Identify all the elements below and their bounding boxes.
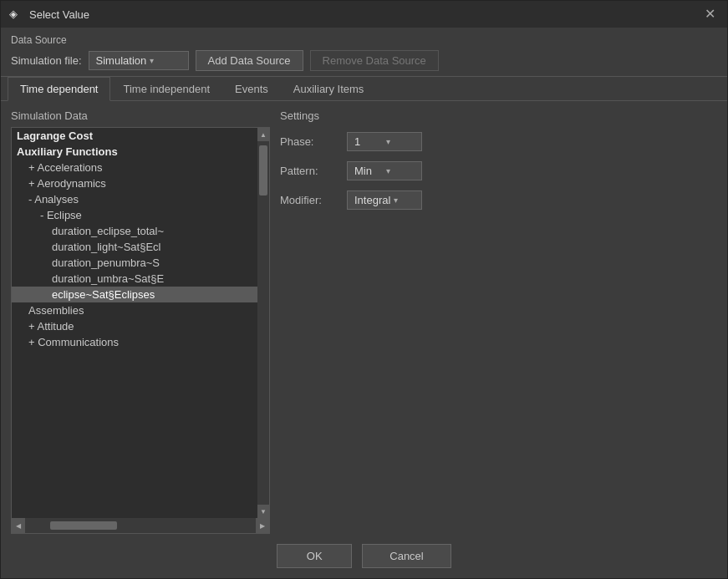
- simulation-select[interactable]: Simulation ▾: [89, 51, 189, 70]
- phase-select[interactable]: 1 ▾: [347, 132, 422, 151]
- ok-button[interactable]: OK: [277, 544, 352, 568]
- vertical-scrollbar[interactable]: ▲ ▼: [257, 128, 269, 518]
- left-panel: Simulation Data Lagrange Cost Auxiliary …: [11, 109, 270, 534]
- simulation-data-title: Simulation Data: [11, 109, 270, 122]
- cancel-button[interactable]: Cancel: [362, 544, 451, 568]
- tab-auxiliary-items[interactable]: Auxiliary Items: [281, 77, 377, 101]
- tab-time-dependent[interactable]: Time dependent: [8, 77, 110, 101]
- dialog-title: Select Value: [29, 8, 89, 21]
- footer: OK Cancel: [1, 534, 727, 578]
- title-bar: ◈ Select Value ✕: [1, 1, 727, 28]
- scroll-up-arrow[interactable]: ▲: [257, 128, 269, 141]
- scroll-thumb-v[interactable]: [259, 145, 267, 196]
- data-source-section: Data Source Simulation file: Simulation …: [1, 28, 727, 77]
- tree-item[interactable]: Assemblies: [12, 302, 257, 318]
- dialog: ◈ Select Value ✕ Data Source Simulation …: [0, 0, 728, 579]
- chevron-down-icon: ▾: [394, 196, 415, 205]
- phase-value: 1: [354, 135, 383, 148]
- data-source-row: Simulation file: Simulation ▾ Add Data S…: [11, 50, 717, 71]
- settings-title: Settings: [280, 109, 717, 122]
- main-content: Simulation Data Lagrange Cost Auxiliary …: [1, 101, 727, 534]
- pattern-row: Pattern: Min ▾: [280, 161, 717, 180]
- tabs-bar: Time dependent Time independent Events A…: [1, 77, 727, 101]
- remove-data-source-button[interactable]: Remove Data Source: [310, 50, 439, 71]
- tree-item[interactable]: Lagrange Cost: [12, 128, 257, 144]
- pattern-select[interactable]: Min ▾: [347, 161, 422, 180]
- chevron-down-icon: ▾: [386, 166, 415, 175]
- tree-item[interactable]: duration_penumbra~S: [12, 255, 257, 271]
- sim-file-label: Simulation file:: [11, 54, 82, 67]
- modifier-row: Modifier: Integral ▾: [280, 190, 717, 210]
- phase-row: Phase: 1 ▾: [280, 132, 717, 151]
- scroll-left-arrow[interactable]: ◀: [12, 518, 25, 533]
- modifier-label: Modifier:: [280, 194, 339, 206]
- tree-container: Lagrange Cost Auxiliary Functions + Acce…: [11, 127, 270, 534]
- scroll-track-h[interactable]: [25, 518, 256, 533]
- tree-item[interactable]: duration_eclipse_total~: [12, 223, 257, 239]
- tree-item[interactable]: - Analyses: [12, 191, 257, 207]
- pattern-label: Pattern:: [280, 165, 339, 177]
- tree-item[interactable]: + Accelerations: [12, 160, 257, 175]
- tree-item[interactable]: + Aerodynamics: [12, 175, 257, 191]
- add-data-source-button[interactable]: Add Data Source: [196, 50, 303, 71]
- tree-item[interactable]: - Eclipse: [12, 207, 257, 223]
- tree-item[interactable]: duration_light~Sat§Ecl: [12, 239, 257, 255]
- close-button[interactable]: ✕: [701, 8, 719, 21]
- tree-item[interactable]: + Attitude: [12, 318, 257, 334]
- pattern-value: Min: [354, 165, 383, 177]
- tree-item-selected[interactable]: eclipse~Sat§Eclipses: [12, 287, 257, 302]
- data-source-label: Data Source: [11, 34, 717, 46]
- scroll-down-arrow[interactable]: ▼: [257, 505, 269, 518]
- chevron-down-icon: ▾: [150, 56, 181, 65]
- phase-label: Phase:: [280, 135, 339, 148]
- tree-item[interactable]: duration_umbra~Sat§E: [12, 271, 257, 287]
- dialog-icon: ◈: [9, 8, 23, 21]
- tree-item[interactable]: Auxiliary Functions: [12, 144, 257, 160]
- chevron-down-icon: ▾: [386, 137, 415, 146]
- horizontal-scrollbar[interactable]: ◀ ▶: [12, 518, 269, 533]
- tab-events[interactable]: Events: [222, 77, 281, 101]
- simulation-value: Simulation: [96, 54, 147, 67]
- tree-item[interactable]: + Communications: [12, 334, 257, 350]
- modifier-value: Integral: [354, 194, 390, 206]
- modifier-select[interactable]: Integral ▾: [347, 190, 422, 210]
- right-panel: Settings Phase: 1 ▾ Pattern: Min ▾ Modif…: [280, 109, 717, 534]
- scroll-thumb-h[interactable]: [50, 521, 117, 530]
- title-bar-left: ◈ Select Value: [9, 8, 89, 21]
- scroll-right-arrow[interactable]: ▶: [256, 518, 269, 533]
- tab-time-independent[interactable]: Time independent: [110, 77, 222, 101]
- tree-inner[interactable]: Lagrange Cost Auxiliary Functions + Acce…: [12, 128, 269, 518]
- scroll-track-v[interactable]: [257, 141, 269, 505]
